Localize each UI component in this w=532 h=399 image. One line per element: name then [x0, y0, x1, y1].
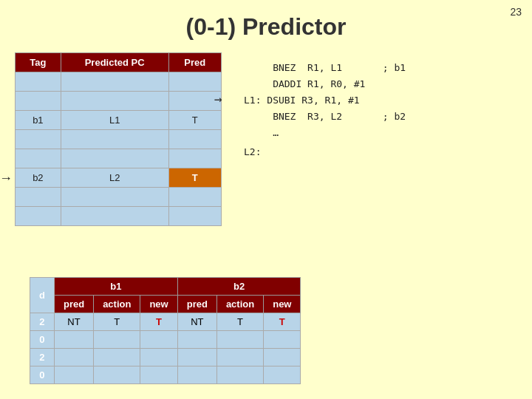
pred-row-5: →b2L2T — [16, 168, 222, 188]
pred-pc-7 — [61, 207, 168, 226]
b2-header: b2 — [177, 278, 301, 296]
b1-new-0: T — [140, 313, 177, 331]
b2-new-header: new — [264, 296, 301, 313]
pred-pc-4 — [61, 149, 168, 168]
asm-line-5: … — [244, 125, 517, 141]
pred-pred-2: T — [168, 111, 221, 130]
pred-tag-3 — [16, 130, 61, 149]
b2-action-1 — [216, 331, 263, 349]
d-val-1: 0 — [30, 331, 55, 349]
b1-new-1 — [140, 331, 177, 349]
pred-pred-6 — [168, 188, 221, 207]
col-tag: Tag — [16, 53, 61, 72]
pred-row-3 — [16, 130, 222, 149]
b2-new-0: T — [264, 313, 301, 331]
pred-tag-0 — [16, 72, 61, 92]
pred-row-2: b1L1T — [16, 111, 222, 130]
b1-pred-3 — [54, 366, 93, 384]
b2-action-header: action — [216, 296, 263, 313]
d-val-3: 0 — [30, 366, 55, 384]
pred-row-6 — [16, 188, 222, 207]
pred-pred-7 — [168, 207, 221, 226]
asm-line-1: BNEZ R1, L1 ; b1 — [244, 60, 517, 76]
b1-new-header: new — [140, 296, 177, 313]
b2-pred-3 — [177, 366, 216, 384]
b1-new-3 — [140, 366, 177, 384]
pred-pred-5: T — [168, 168, 221, 188]
col-pred: Pred — [168, 53, 221, 72]
bottom-row-3: 0 — [30, 366, 301, 384]
asm-line-4: BNEZ R3, L2 ; b2 — [244, 109, 517, 125]
bottom-table-section: d b1 b2 pred action new pred action new … — [30, 277, 301, 384]
b1-pred-1 — [54, 331, 93, 349]
bottom-row-1: 0 — [30, 331, 301, 349]
pred-pc-5: L2 — [61, 168, 168, 188]
b1-new-2 — [140, 349, 177, 366]
b2-action-3 — [216, 366, 263, 384]
b1-action-2 — [94, 349, 140, 366]
b2-new-2 — [264, 349, 301, 366]
b2-pred-1 — [177, 331, 216, 349]
b1-action-header: action — [94, 296, 140, 313]
row-arrow-5: → — [0, 170, 13, 185]
b1-pred-0: NT — [54, 313, 93, 331]
page-title: (0-1) Predictor — [0, 0, 532, 41]
pred-tag-5: →b2 — [16, 168, 61, 188]
d-header: d — [30, 278, 55, 313]
pred-pc-2: L1 — [61, 111, 168, 130]
d-val-2: 2 — [30, 349, 55, 366]
pred-pred-1 — [168, 92, 221, 111]
asm-line-3: L1: DSUBI R3, R1, #1 — [244, 92, 517, 109]
pred-tag-7 — [16, 207, 61, 226]
b2-new-3 — [264, 366, 301, 384]
pred-row-0 — [16, 72, 222, 92]
b1-pred-header: pred — [54, 296, 93, 313]
b2-pred-0: NT — [177, 313, 216, 331]
pred-pc-6 — [61, 188, 168, 207]
b1-pred-2 — [54, 349, 93, 366]
page-number: 23 — [510, 6, 522, 18]
pred-pred-3 — [168, 130, 221, 149]
pred-row-4 — [16, 149, 222, 168]
col-pc: Predicted PC — [61, 53, 168, 72]
b1-action-1 — [94, 331, 140, 349]
pred-pc-0 — [61, 72, 168, 92]
b2-pred-2 — [177, 349, 216, 366]
pred-tag-4 — [16, 149, 61, 168]
pred-row-7 — [16, 207, 222, 226]
pred-tag-1 — [16, 92, 61, 111]
asm-line-6: L2: — [244, 144, 517, 160]
pred-row-1 — [16, 92, 222, 111]
predictor-table: Tag Predicted PC Pred b1L1T→b2L2T — [15, 52, 222, 226]
bottom-row-0: 2NTTTNTTT — [30, 313, 301, 331]
pred-pred-0 — [168, 72, 221, 92]
asm-code-block: → BNEZ R1, L1 ; b1 DADDI R1, R0, #1 L1: … — [222, 52, 517, 226]
b1-header: b1 — [54, 278, 177, 296]
b2-action-0: T — [216, 313, 263, 331]
b1-action-0: T — [94, 313, 140, 331]
b1-action-3 — [94, 366, 140, 384]
b2-pred-header: pred — [177, 296, 216, 313]
pred-pc-3 — [61, 130, 168, 149]
pred-tag-2: b1 — [16, 111, 61, 130]
d-val-0: 2 — [30, 313, 55, 331]
b2-action-2 — [216, 349, 263, 366]
bottom-row-2: 2 — [30, 349, 301, 366]
bottom-results-table: d b1 b2 pred action new pred action new … — [30, 277, 301, 384]
pred-pred-4 — [168, 149, 221, 168]
pred-pc-1 — [61, 92, 168, 111]
b2-new-1 — [264, 331, 301, 349]
asm-arrow: → — [214, 88, 222, 111]
pred-tag-6 — [16, 188, 61, 207]
asm-line-2: DADDI R1, R0, #1 — [244, 76, 517, 92]
